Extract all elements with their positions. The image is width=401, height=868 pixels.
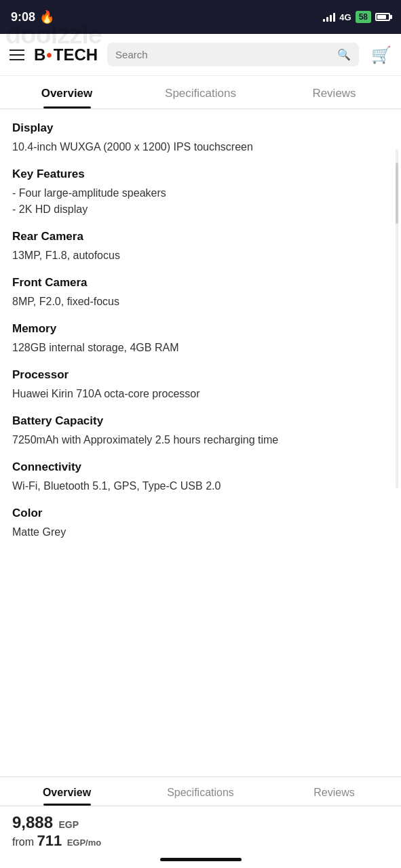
home-indicator <box>160 858 242 861</box>
status-time: 9:08 <box>11 10 35 24</box>
installment-from: from <box>12 836 37 848</box>
spec-section-5: ProcessorHuawei Kirin 710A octa-core pro… <box>12 368 389 402</box>
header: B • TECH 🔍 🛒 <box>0 34 401 76</box>
battery-icon <box>375 13 390 21</box>
spec-value-2: 13MP, F1.8, autofocus <box>12 248 389 264</box>
spec-value-8: Matte Grey <box>12 524 389 540</box>
bottom-tab-reviews[interactable]: Reviews <box>267 777 401 806</box>
home-indicator-bar <box>0 854 401 868</box>
price-main: 9,888 EGP <box>12 813 389 832</box>
spec-section-1: Key Features- Four large-amplitude speak… <box>12 167 389 218</box>
spec-section-3: Front Camera8MP, F2.0, fixed-focus <box>12 276 389 310</box>
spec-title-8: Color <box>12 507 389 520</box>
spec-title-2: Rear Camera <box>12 230 389 243</box>
logo-dot: • <box>46 45 52 64</box>
spec-title-4: Memory <box>12 322 389 336</box>
spec-content: Display10.4-inch WUXGA (2000 x 1200) IPS… <box>0 109 401 661</box>
logo-b: B <box>34 45 45 64</box>
spec-section-2: Rear Camera13MP, F1.8, autofocus <box>12 230 389 264</box>
tab-reviews-label: Reviews <box>312 87 356 100</box>
status-bar: 9:08 🔥 4G 58 <box>0 0 401 34</box>
spec-title-6: Battery Capacity <box>12 414 389 428</box>
tab-overview[interactable]: Overview <box>0 76 134 108</box>
spec-title-3: Front Camera <box>12 276 389 290</box>
bottom-tab-specifications[interactable]: Specifications <box>134 777 267 806</box>
logo-tech: TECH <box>54 45 98 64</box>
logo[interactable]: B • TECH <box>34 45 98 64</box>
spec-title-7: Connectivity <box>12 460 389 474</box>
tab-reviews[interactable]: Reviews <box>267 76 401 108</box>
spec-value-4: 128GB internal storage, 4GB RAM <box>12 340 389 356</box>
bottom-tab-reviews-label: Reviews <box>313 787 354 798</box>
signal-bars <box>323 12 335 22</box>
price-row: 9,888 EGP from 711 EGP/mo <box>0 806 401 854</box>
installment-unit: EGP/mo <box>67 837 102 848</box>
tab-specifications[interactable]: Specifications <box>134 76 267 108</box>
hamburger-line-1 <box>9 50 24 51</box>
signal-bar-3 <box>330 15 332 22</box>
scrollbar[interactable] <box>396 149 398 488</box>
price-amount: 9,888 <box>12 813 53 831</box>
installment-amount: 711 <box>37 832 62 849</box>
hamburger-line-3 <box>9 59 24 60</box>
signal-bar-2 <box>326 17 328 22</box>
spec-section-4: Memory128GB internal storage, 4GB RAM <box>12 322 389 356</box>
price-installment: from 711 EGP/mo <box>12 832 389 850</box>
signal-bar-4 <box>333 13 335 22</box>
bottom-tabs: Overview Specifications Reviews <box>0 777 401 806</box>
bottom-tab-overview[interactable]: Overview <box>0 777 134 806</box>
signal-bar-1 <box>323 19 325 22</box>
hamburger-line-2 <box>9 54 24 56</box>
search-icon: 🔍 <box>337 48 351 61</box>
spec-section-7: ConnectivityWi-Fi, Bluetooth 5.1, GPS, T… <box>12 460 389 494</box>
spec-value-3: 8MP, F2.0, fixed-focus <box>12 294 389 310</box>
battery-fill <box>377 15 386 19</box>
spec-section-6: Battery Capacity7250mAh with Approximate… <box>12 414 389 448</box>
spec-section-8: ColorMatte Grey <box>12 507 389 540</box>
search-input[interactable] <box>115 49 332 60</box>
spec-value-6: 7250mAh with Approximately 2.5 hours rec… <box>12 432 389 448</box>
spec-value-1: - Four large-amplitude speakers- 2K HD d… <box>12 185 389 218</box>
bottom-tab-specifications-label: Specifications <box>167 787 234 798</box>
network-type: 4G <box>339 12 351 22</box>
price-currency: EGP <box>59 819 79 830</box>
bottom-bar: Overview Specifications Reviews 9,888 EG… <box>0 776 401 868</box>
spec-title-0: Display <box>12 121 389 135</box>
spec-value-5: Huawei Kirin 710A octa-core processor <box>12 386 389 402</box>
top-tabs: Overview Specifications Reviews <box>0 76 401 109</box>
cart-icon[interactable]: 🛒 <box>371 45 392 64</box>
spec-value-0: 10.4-inch WUXGA (2000 x 1200) IPS touchs… <box>12 139 389 155</box>
spec-title-5: Processor <box>12 368 389 382</box>
tab-specifications-label: Specifications <box>165 87 236 100</box>
tab-overview-label: Overview <box>41 87 93 100</box>
spec-value-7: Wi-Fi, Bluetooth 5.1, GPS, Type-C USB 2.… <box>12 478 389 494</box>
hamburger-menu[interactable] <box>9 50 24 60</box>
scrollbar-thumb <box>396 163 398 224</box>
status-right: 4G 58 <box>323 11 390 23</box>
search-bar[interactable]: 🔍 <box>107 43 359 66</box>
spec-title-1: Key Features <box>12 167 389 181</box>
battery-level: 58 <box>356 11 371 23</box>
spec-section-0: Display10.4-inch WUXGA (2000 x 1200) IPS… <box>12 121 389 155</box>
fire-icon: 🔥 <box>39 9 54 24</box>
bottom-tab-overview-label: Overview <box>43 787 91 798</box>
